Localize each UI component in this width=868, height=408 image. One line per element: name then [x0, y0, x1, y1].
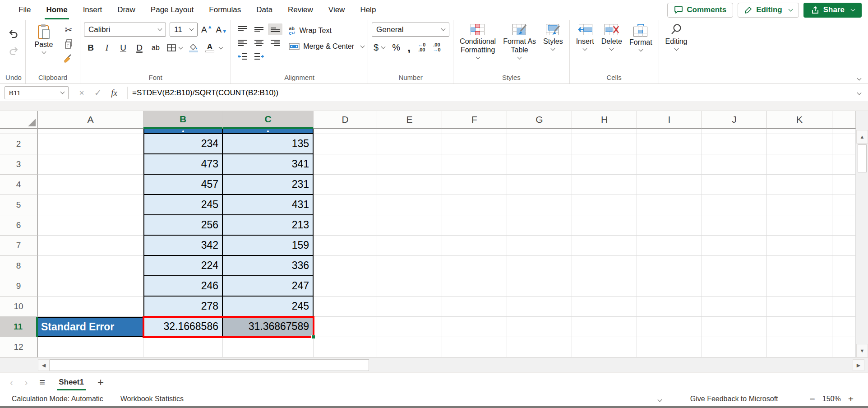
font-size-select[interactable]: 11 [170, 23, 198, 37]
decrease-font-size-button[interactable]: A▼ [216, 25, 227, 35]
next-sheet-button[interactable]: › [25, 377, 28, 388]
cell-F9[interactable] [442, 276, 507, 297]
format-painter-button[interactable] [61, 52, 76, 65]
align-left-button[interactable] [235, 37, 250, 49]
cell-C12[interactable] [223, 337, 314, 357]
cell-E9[interactable] [377, 276, 442, 297]
row-header-6[interactable]: 6 [0, 215, 38, 236]
select-all-button[interactable] [0, 111, 38, 129]
cell-B3[interactable]: 473 [143, 154, 223, 175]
cell-A7[interactable] [38, 236, 143, 256]
cell-D11[interactable] [314, 317, 377, 337]
cell-K2[interactable] [767, 134, 832, 154]
comma-style-button[interactable]: , [406, 41, 412, 54]
cell-J4[interactable] [702, 175, 767, 195]
number-format-select[interactable]: General [372, 23, 449, 37]
cell-I11[interactable] [637, 317, 702, 337]
cell-I2[interactable] [637, 134, 702, 154]
expand-formula-bar-button[interactable] [855, 91, 863, 94]
cell-B5[interactable]: 245 [143, 195, 223, 215]
undo-button[interactable] [5, 27, 22, 40]
cell-E11[interactable] [377, 317, 442, 337]
menu-item-file[interactable]: File [11, 0, 38, 20]
menu-item-draw[interactable]: Draw [110, 0, 143, 20]
cell-A9[interactable] [38, 276, 143, 297]
menu-item-view[interactable]: View [321, 0, 353, 20]
cell-C3[interactable]: 341 [223, 154, 314, 175]
cell-G5[interactable] [507, 195, 572, 215]
cell-I7[interactable] [637, 236, 702, 256]
cell-F7[interactable] [442, 236, 507, 256]
increase-decimal-button[interactable]: .00→0 [431, 41, 442, 54]
copy-button[interactable] [61, 38, 76, 51]
cell-E3[interactable] [377, 154, 442, 175]
cell-E10[interactable] [377, 297, 442, 317]
formula-input[interactable]: =STDEV(B2:B10)/SQRT(COUNT(B2:B10)) [128, 84, 855, 102]
borders-button[interactable] [165, 41, 184, 55]
cell-K3[interactable] [767, 154, 832, 175]
scroll-down-button[interactable]: ▼ [856, 344, 868, 357]
cell-I8[interactable] [637, 256, 702, 276]
vertical-scroll-thumb[interactable] [858, 144, 867, 172]
cell-D2[interactable] [314, 134, 377, 154]
menu-item-help[interactable]: Help [352, 0, 383, 20]
cell-H7[interactable] [572, 236, 637, 256]
cell-A5[interactable] [38, 195, 143, 215]
increase-font-size-button[interactable]: A▲ [201, 25, 212, 35]
cell-A12[interactable] [38, 337, 143, 357]
row-header-4[interactable]: 4 [0, 175, 38, 195]
cell-J1-partial[interactable] [702, 129, 767, 134]
cell-G1-partial[interactable] [507, 129, 572, 134]
cell-D12[interactable] [314, 337, 377, 357]
collapse-ribbon-button[interactable] [858, 77, 861, 80]
cell-A8[interactable] [38, 256, 143, 276]
cell-B6[interactable]: 256 [143, 215, 223, 236]
cell-J11[interactable] [702, 317, 767, 337]
cell-H9[interactable] [572, 276, 637, 297]
cell-E1-partial[interactable] [377, 129, 442, 134]
cell-F10[interactable] [442, 297, 507, 317]
cell-C2[interactable]: 135 [223, 134, 314, 154]
align-right-button[interactable] [268, 37, 282, 49]
cell-E4[interactable] [377, 175, 442, 195]
cell-B10[interactable]: 278 [143, 297, 223, 317]
zoom-level[interactable]: 150% [818, 395, 845, 403]
cell-D9[interactable] [314, 276, 377, 297]
row-header-5[interactable]: 5 [0, 195, 38, 215]
cell-E2[interactable] [377, 134, 442, 154]
increase-indent-button[interactable] [252, 51, 266, 62]
cell-H4[interactable] [572, 175, 637, 195]
editing-menu-button[interactable]: Editing [663, 23, 690, 50]
comments-button[interactable]: Comments [667, 3, 733, 18]
scroll-right-button[interactable]: ▶ [853, 359, 864, 371]
decrease-indent-button[interactable] [235, 51, 250, 62]
cell-C6[interactable]: 213 [223, 215, 314, 236]
cell-I6[interactable] [637, 215, 702, 236]
cell-C5[interactable]: 431 [223, 195, 314, 215]
align-middle-button[interactable] [252, 23, 266, 35]
cell-G2[interactable] [507, 134, 572, 154]
cell-G11[interactable] [507, 317, 572, 337]
merge-center-button[interactable]: Merge & Center [289, 41, 364, 52]
insert-function-button[interactable]: fx [106, 87, 122, 99]
cell-J7[interactable] [702, 236, 767, 256]
font-color-button[interactable]: A [203, 41, 217, 55]
menu-item-page-layout[interactable]: Page Layout [143, 0, 201, 20]
column-header-H[interactable]: H [572, 111, 637, 129]
bold-button[interactable]: B [84, 41, 97, 55]
cell-A4[interactable] [38, 175, 143, 195]
cell-H10[interactable] [572, 297, 637, 317]
cell-F6[interactable] [442, 215, 507, 236]
scroll-up-button[interactable]: ▲ [856, 130, 868, 144]
font-name-select[interactable]: Calibri [84, 23, 166, 37]
cell-C11[interactable]: 31.36867589 [223, 317, 314, 337]
row-header-2[interactable]: 2 [0, 134, 38, 154]
percent-style-button[interactable]: % [390, 41, 402, 54]
cell-A3[interactable] [38, 154, 143, 175]
cell-C8[interactable]: 336 [223, 256, 314, 276]
cell-F4[interactable] [442, 175, 507, 195]
column-header-F[interactable]: F [442, 111, 507, 129]
scroll-left-button[interactable]: ◀ [38, 359, 50, 371]
column-header-D[interactable]: D [314, 111, 377, 129]
cell-H11[interactable] [572, 317, 637, 337]
